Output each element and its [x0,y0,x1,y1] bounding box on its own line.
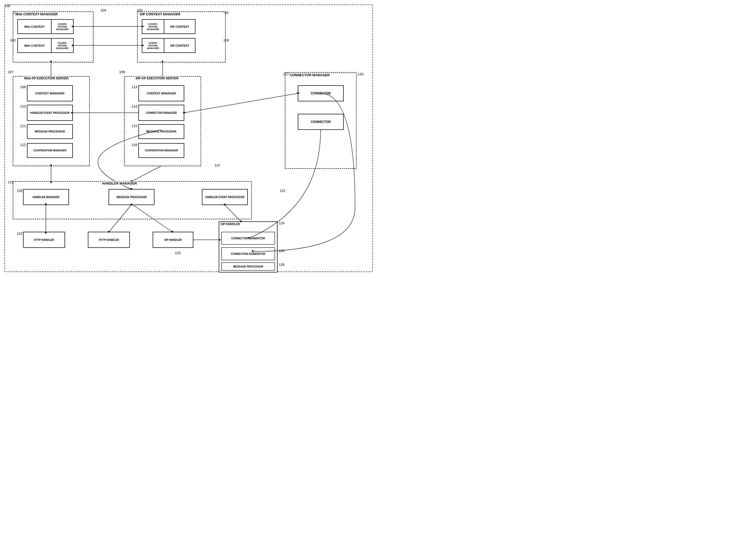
ref-100: 100 [5,4,10,8]
ref-112: 112 [20,143,26,147]
ref-103: 103 [10,38,15,42]
connector-generator: CONNECTOR GENERATOR [222,232,275,244]
ref-111: 111 [20,124,26,128]
http-handler-2: HTTP HANDLER [88,232,130,247]
message-processor-115: MESSAGE PROCESSOR [139,124,184,139]
ref-116: 116 [132,143,137,147]
svg-line-63 [133,205,172,232]
cooperation-manager-2: COOPE-RATIONMANAGER [51,38,73,53]
web-ap-title: Web-AP EXECUTION SERVER [23,76,69,80]
ref-126: 126 [279,263,285,267]
web-context-1: Web CONTEXT [18,19,51,34]
ref-121: 121 [280,189,286,192]
message-processor-hm: MESSAGE PROCESSOR [109,189,154,205]
cooperation-manager-1: COOPE-RATIONMANAGER [51,19,73,34]
connector-2: CONNECTOR [298,114,343,130]
ref-106: 106 [223,38,229,42]
svg-marker-35 [162,60,164,62]
context-manager-109: CONTEXT MANAGER [27,86,72,101]
ref-120: 120 [17,189,22,192]
ref-114: 114 [132,105,137,108]
connector-manager-114: CONNECTOR MANAGER [139,105,184,120]
ref-123-bot: 123 [175,251,181,255]
sip-context-2: SIP CONTEXT [164,38,195,53]
ref-113: 113 [132,85,137,89]
ref-109: 109 [20,85,26,89]
web-context-2: Web CONTEXT [18,38,51,53]
handler-manager-120: HANDLER MANAGER [23,189,69,205]
svg-marker-69 [219,239,221,241]
message-processor-126: MESSAGE PROCESSOR [222,263,275,270]
sip-handler-box-title: SIP HANDLER [220,222,240,226]
context-manager-113: CONTEXT MANAGER [139,86,184,101]
svg-marker-47 [50,164,52,166]
sip-ap-title: SIP-AP EXECUTION SERVER [135,76,179,80]
cooperation-manager-116: COOPERATION MANAGER [139,143,184,158]
ref-119: 119 [8,180,13,184]
svg-line-36 [184,93,298,113]
http-handler-122: HTTP HANDLER [23,232,65,247]
ref-127: 127 [215,163,220,167]
sip-context-manager-title: SIP CONTEXT MANAGER [139,12,224,16]
ref-117: 117 [283,72,289,76]
ref-110: 110 [20,105,26,108]
svg-line-60 [109,205,131,232]
ref-125: 125 [279,249,285,253]
svg-marker-32 [50,60,52,62]
cooperation-manager-4: COOPE-RATIONMANAGER [142,38,164,53]
ref-124: 124 [279,221,285,225]
ref-115: 115 [132,124,137,128]
sip-context-1: SIP CONTEXT [164,19,195,34]
ref-118: 118 [358,72,363,76]
ref-104: 104 [101,8,106,12]
message-processor-111: MESSAGE PROCESSOR [27,124,72,139]
handler-event-processor-110: HANDLER EVENT PROCESSOR [27,105,72,120]
cooperation-manager-3: COOPE-RATIONMANAGER [142,19,164,34]
svg-line-65 [225,205,241,222]
ref-107: 107 [8,70,13,74]
handler-manager-outer-title: HANDLER MANAGER [101,181,138,185]
web-context-manager-title: Web CONTEXT MANAGER [14,12,92,16]
ref-122: 122 [17,231,22,235]
connection-generator: CONNECTION GENERATOR [222,247,275,260]
connector-1: CONNECTOR [298,86,343,101]
cooperation-manager-112: COOPERATION MANAGER [27,143,72,158]
ref-108: 108 [119,70,125,74]
handler-event-processor-121: HANDLER EVENT PROCESSOR [202,189,247,205]
diagram: 100 101 104 102 105 103 106 107 108 109 … [0,0,378,277]
svg-marker-46 [50,181,52,183]
connector-manager-outer-title: CONNECTOR MANAGER [289,73,331,77]
ref-102: 102 [137,8,142,12]
sip-handler-123: SIP HANDLER [153,232,193,247]
svg-line-48 [131,166,161,181]
